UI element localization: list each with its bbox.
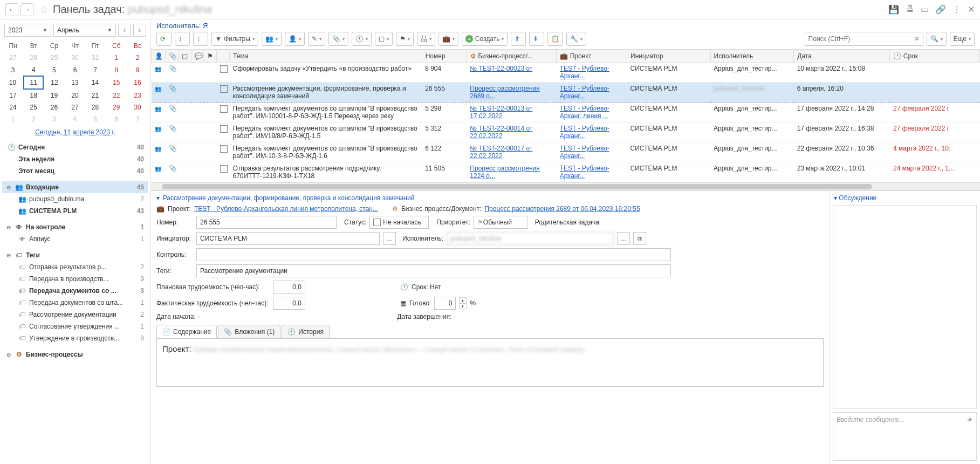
- move-down-button[interactable]: ⬇: [529, 32, 544, 46]
- briefcase-button[interactable]: 💼▾: [438, 32, 458, 46]
- col-date[interactable]: Дата: [794, 50, 890, 63]
- create-button[interactable]: +Создать▾: [462, 32, 508, 46]
- fact-field[interactable]: 0,0: [273, 297, 305, 310]
- detail-project-link[interactable]: TEST - Рублево-Архангельская линия метро…: [194, 205, 378, 213]
- sort-asc-button[interactable]: ↕: [175, 32, 190, 46]
- cell-bp-link[interactable]: Процесс рассмотрения 1224 о...: [470, 165, 539, 180]
- h-scrollbar[interactable]: [151, 182, 980, 190]
- collapse-icon[interactable]: ⊖: [6, 253, 14, 258]
- collapse-icon[interactable]: ⊖: [6, 224, 14, 230]
- link-icon[interactable]: 🔗: [935, 4, 946, 15]
- row-checkbox[interactable]: [220, 145, 228, 153]
- year-select[interactable]: 2023▼: [4, 24, 51, 37]
- report-icon[interactable]: ▭: [921, 4, 929, 15]
- attach-button[interactable]: 📎▾: [328, 32, 348, 46]
- user-button[interactable]: 👤▾: [285, 32, 305, 46]
- table-row[interactable]: 👥📎Отправка результатов рассмотрения подр…: [152, 162, 980, 182]
- tab-attachments[interactable]: 📎Вложения (1): [218, 325, 280, 338]
- col-attach[interactable]: 📎: [166, 50, 179, 63]
- save-icon[interactable]: 💾: [888, 4, 899, 15]
- tab-content[interactable]: 📄Содержание: [156, 325, 217, 338]
- month-select[interactable]: Апрель▼: [53, 24, 116, 37]
- flag-button[interactable]: ⚑▾: [396, 32, 414, 46]
- nav-back-button[interactable]: ←: [5, 3, 18, 16]
- tags-node[interactable]: ⊖🏷Теги: [2, 249, 148, 261]
- executor-open-button[interactable]: ⧉: [633, 232, 646, 245]
- cell-project-link[interactable]: TEST - Рублево-Арханг...: [560, 65, 609, 80]
- col-flag[interactable]: ⚑: [204, 50, 217, 63]
- row-checkbox[interactable]: [220, 165, 228, 173]
- cell-bp-link[interactable]: № TEST-22-00023 от: [470, 65, 532, 72]
- ready-field[interactable]: 0: [434, 297, 456, 310]
- clear-search-button[interactable]: ✕: [911, 35, 923, 43]
- number-field[interactable]: 26 555: [196, 216, 337, 229]
- quick-month[interactable]: Этот месяц40: [2, 165, 148, 177]
- status-field[interactable]: Не началась: [369, 216, 429, 229]
- ready-spinner[interactable]: ▴▾: [459, 297, 467, 309]
- cell-bp-link[interactable]: № TEST-22-00013 от 17.02.2022: [470, 105, 532, 120]
- tag-item[interactable]: 🏷Передача документов со шта...1: [2, 297, 148, 309]
- col-theme[interactable]: Тема: [229, 50, 422, 63]
- sort-desc-button[interactable]: ↕: [193, 32, 208, 46]
- inbox-node[interactable]: ⊖👥Входящие45: [2, 181, 148, 193]
- initiator-field[interactable]: СИСТЕМА PLM: [196, 232, 380, 245]
- more-menu-icon[interactable]: ⋮: [952, 4, 961, 15]
- checkbox-icon[interactable]: [373, 219, 381, 226]
- table-row[interactable]: 👥📎Рассмотрение документации, формировани…: [152, 83, 980, 103]
- collapse-icon[interactable]: ⊖: [6, 352, 14, 358]
- quick-today[interactable]: 🕐Сегодня40: [2, 141, 148, 153]
- table-row[interactable]: 👥📎Передать комплект документов со штампо…: [152, 103, 980, 122]
- tag-item[interactable]: 🏷Передача документов со ...3: [2, 285, 148, 297]
- time-button[interactable]: 🕐▾: [352, 32, 372, 46]
- tag-item[interactable]: 🏷Рассмотрение документации2: [2, 309, 148, 320]
- detail-bp-link[interactable]: Процесс рассмотрения 2689 от 06.04.2023 …: [484, 205, 640, 213]
- col-number[interactable]: Номер: [422, 50, 467, 63]
- hierarchy-button[interactable]: 品▾: [417, 32, 435, 46]
- col-executor[interactable]: Исполнитель: [710, 50, 794, 63]
- inbox-child[interactable]: 👥СИСТЕМА PLM43: [2, 205, 148, 217]
- col-due[interactable]: 🕐 Срок: [890, 50, 980, 63]
- cell-project-link[interactable]: TEST - Рублево-Арханг...: [560, 125, 609, 140]
- nav-forward-button[interactable]: →: [20, 3, 33, 16]
- cell-bp-link[interactable]: № TEST-22-00017 от 22.02.2022: [470, 145, 532, 160]
- col-importance[interactable]: 👤: [152, 50, 166, 63]
- inbox-child[interactable]: 👥pubupsd_dubin.ma2: [2, 193, 148, 205]
- cal-prev-button[interactable]: ‹: [118, 24, 131, 37]
- edit-button[interactable]: ✎▾: [308, 32, 325, 46]
- row-checkbox[interactable]: [220, 65, 228, 73]
- tab-history[interactable]: 🕘История: [282, 325, 330, 338]
- move-up-button[interactable]: ⬆: [511, 32, 526, 46]
- row-checkbox[interactable]: [220, 125, 228, 133]
- cell-project-link[interactable]: TEST - Рублево-Арханг...: [560, 85, 609, 100]
- col-icon3[interactable]: ▢: [178, 50, 191, 63]
- col-bp[interactable]: ⚙ Бизнес-процесс/...: [467, 50, 556, 63]
- cell-project-link[interactable]: TEST - Рублево-Арханг. линия ...: [560, 105, 609, 120]
- detail-header[interactable]: ▾Рассмотрение документации, формирование…: [156, 194, 824, 202]
- favorite-star-icon[interactable]: ☆: [40, 4, 49, 16]
- tag-item[interactable]: 🏷Отправка результатов р...2: [2, 261, 148, 273]
- plan-field[interactable]: 0,0: [273, 281, 305, 294]
- table-row[interactable]: 👥📎Передать комплект документов со штампо…: [152, 142, 980, 162]
- more-button[interactable]: Еще▾: [950, 32, 975, 46]
- priority-field[interactable]: ⚑ Обычный: [474, 216, 527, 229]
- col-check[interactable]: [217, 50, 230, 63]
- control-field[interactable]: [196, 248, 671, 261]
- executor-field[interactable]: pubupsd_nikulina: [447, 232, 614, 245]
- cell-project-link[interactable]: TEST - Рублево-Арханг...: [560, 165, 609, 180]
- send-icon[interactable]: ✈: [967, 416, 972, 424]
- tags-field[interactable]: Рассмотрение документации: [196, 264, 671, 277]
- col-initiator[interactable]: Инициатор: [627, 50, 711, 63]
- row-checkbox[interactable]: [220, 105, 228, 113]
- print-icon[interactable]: 🖶: [906, 4, 914, 15]
- group-button[interactable]: 👥▾: [262, 32, 282, 46]
- tag-item[interactable]: 🏷Передача в производств...9: [2, 273, 148, 285]
- tag-item[interactable]: 🏷Утверждение в производств...8: [2, 332, 148, 344]
- initiator-lookup-button[interactable]: ...: [383, 232, 396, 245]
- search-input[interactable]: [805, 35, 911, 43]
- control-node[interactable]: ⊖👁На контроле1: [2, 221, 148, 233]
- tag-item[interactable]: 🏷Согласование утверждения ...1: [2, 320, 148, 332]
- cell-bp-link[interactable]: Процесс рассмотрения 2689 о...: [470, 85, 539, 100]
- collapse-icon[interactable]: ⊖: [6, 185, 14, 190]
- discussion-input[interactable]: Введите сообщение... ✈: [833, 412, 977, 461]
- close-icon[interactable]: ✕: [968, 4, 975, 15]
